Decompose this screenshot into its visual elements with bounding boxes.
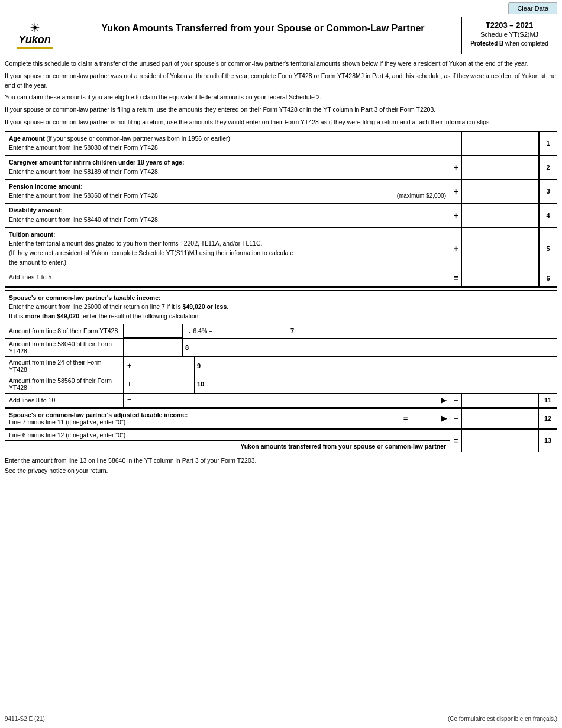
line-6-number: 6 (539, 270, 557, 286)
line-9-op: + (124, 357, 135, 375)
line-11-input-left[interactable] (135, 394, 438, 407)
line-11-row: Add lines 8 to 10. = ▶ – 11 (5, 393, 557, 407)
line-10-input[interactable] (135, 375, 195, 393)
line-9-input[interactable] (135, 357, 195, 375)
line-8-input[interactable] (124, 339, 183, 356)
line-5-sub2: (If they were not a resident of Yukon, c… (9, 249, 293, 256)
top-bar: Clear Data (0, 0, 562, 17)
spouse-header-sub1-end: . (227, 303, 228, 310)
form-id-cell: T2203 – 2021 Schedule YT(S2)MJ Protected… (462, 17, 557, 54)
line-9-field[interactable] (135, 361, 194, 371)
line-6-row: Add lines 1 to 5. = 6 (5, 270, 557, 287)
line-5-input[interactable] (462, 228, 539, 270)
line-8-label: Amount from line 58040 of their Form YT4… (5, 339, 124, 356)
instruction-3: You can claim these amounts if you are e… (5, 93, 557, 102)
line-13-number: 13 (539, 430, 557, 452)
logo-container: ☀ Yukon (17, 22, 53, 49)
line-13-title1: Yukon amounts transferred from (240, 443, 337, 450)
spouse-header-bold: Spouse's or common-law partner's taxable… (9, 294, 160, 301)
line-1-label-bold: Age amount (9, 135, 45, 142)
page-footer: 9411-S2 E (21) (Ce formulaire est dispon… (5, 716, 557, 722)
line-7-field1[interactable] (124, 326, 182, 336)
line-10-number: 10 (195, 375, 295, 393)
line-12-input[interactable] (462, 409, 539, 428)
line-4-row: Disability amount: Enter the amount from… (5, 204, 557, 228)
line-3-max: (maximum $2,000) (397, 191, 446, 200)
line-7-field2[interactable] (218, 326, 283, 336)
line-2-input[interactable] (462, 156, 539, 179)
title-cell: Yukon Amounts Transferred from your Spou… (64, 17, 462, 54)
line-13-section: Line 6 minus line 12 (if negative, enter… (5, 429, 557, 452)
spouse-header-sub2a: If it is (9, 313, 25, 320)
line-4-input[interactable] (462, 204, 539, 227)
line-13-field[interactable] (462, 430, 538, 452)
yukon-sun-icon: ☀ (30, 22, 40, 34)
line-2-sub: Enter the amount from line 58189 of thei… (9, 168, 160, 175)
line-11-field-left[interactable] (135, 395, 438, 405)
line-11-label: Add lines 8 to 10. (5, 394, 124, 407)
line-5-op: + (450, 228, 462, 270)
schedule-id: Schedule YT(S2)MJ (468, 31, 551, 38)
line-6-field[interactable] (462, 273, 538, 283)
line-11-input-right[interactable] (462, 394, 539, 407)
line-4-label: Disability amount: Enter the amount from… (5, 204, 450, 227)
line-13-title2: your spouse or common-law partner (338, 443, 446, 450)
line-2-field[interactable] (462, 163, 538, 172)
line-3-sub: Enter the amount from line 58360 of thei… (9, 192, 160, 199)
line-7-row: Amount from line 8 of their Form YT428 ÷… (5, 324, 557, 338)
line-2-row: Caregiver amount for infirm children und… (5, 156, 557, 180)
line-1-sub: Enter the amount from line 58080 of thei… (9, 144, 160, 151)
line-13-label-top: Line 6 minus line 12 (if negative, enter… (5, 430, 450, 441)
line-5-row: Tuition amount: Enter the territorial am… (5, 228, 557, 270)
line-6-input[interactable] (462, 270, 539, 286)
line-11-field-right[interactable] (462, 394, 538, 407)
line-1-row: Age amount (if your spouse or common-law… (5, 132, 557, 156)
line-9-row: Amount from line 24 of their Form YT428 … (5, 356, 557, 375)
form-number: T2203 – 2021 (468, 21, 551, 30)
line-3-row: Pension income amount: Enter the amount … (5, 180, 557, 204)
line-13-eq: = (450, 430, 462, 452)
line-7-result[interactable] (218, 324, 283, 338)
protected-label: Protected B when completed (468, 40, 551, 47)
line-6-label: Add lines 1 to 5. (5, 270, 450, 286)
line-3-op: + (450, 180, 462, 204)
line-12-number: 12 (539, 409, 557, 428)
spouse-header-sub1a: Enter the amount from line 26000 of thei… (9, 303, 183, 310)
protected-suffix: when completed (503, 40, 548, 47)
logo-text: Yukon (18, 34, 50, 46)
line-7-label: Amount from line 8 of their Form YT428 (5, 324, 124, 338)
line-4-field[interactable] (462, 211, 538, 220)
protected-bold: Protected B (470, 40, 503, 47)
line-5-sub3: the amount to enter.) (9, 259, 66, 266)
line-5-label: Tuition amount: Enter the territorial am… (5, 228, 450, 270)
page: Clear Data ☀ Yukon Yukon Amounts Transfe… (0, 0, 562, 728)
line-9-number: 9 (195, 357, 295, 375)
line-3-input[interactable] (462, 180, 539, 204)
line-13-label-area: Line 6 minus line 12 (if negative, enter… (5, 430, 450, 452)
instruction-5: If your spouse or common-law partner is … (5, 118, 557, 127)
footer-note-2: See the privacy notice on your return. (5, 467, 557, 474)
line-12-field[interactable] (462, 409, 538, 428)
line-10-field[interactable] (135, 379, 194, 389)
line-13-label-bottom: Yukon amounts transferred from your spou… (5, 441, 450, 452)
line-4-label-bold: Disability amount: (9, 207, 63, 214)
line-1-label: Age amount (if your spouse or common-law… (5, 132, 462, 156)
line-6-op: = (450, 270, 462, 286)
line-13-input[interactable] (462, 430, 539, 452)
line-1-field[interactable] (462, 138, 538, 148)
line-1-input[interactable] (462, 132, 539, 156)
line-8-field[interactable] (124, 343, 182, 352)
line-5-label-bold: Tuition amount: (9, 231, 56, 238)
clear-data-button[interactable]: Clear Data (508, 2, 557, 14)
header: ☀ Yukon Yukon Amounts Transferred from y… (5, 17, 557, 54)
line-3-label-bold: Pension income amount: (9, 183, 83, 190)
line-10-op: + (124, 375, 135, 393)
instruction-1: Complete this schedule to claim a transf… (5, 59, 557, 69)
line-7-input1[interactable] (124, 324, 183, 338)
line-5-field[interactable] (462, 244, 538, 253)
line-12-minus: – (450, 409, 462, 428)
instructions-section: Complete this schedule to claim a transf… (5, 59, 557, 127)
line-8-number: 8 (183, 339, 283, 356)
line-11-minus: – (450, 394, 462, 407)
line-3-field[interactable] (462, 186, 538, 196)
